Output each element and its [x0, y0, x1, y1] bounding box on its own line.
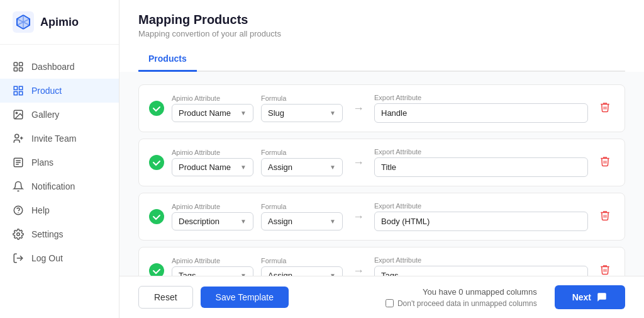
apimio-attr-select-3[interactable]: Description ▼ — [172, 212, 253, 230]
checkmark-icon — [152, 266, 161, 275]
apimio-attr-group: Apimio Attribute Tags ▼ — [172, 257, 253, 276]
sidebar-item-dashboard[interactable]: Dashboard — [0, 55, 119, 79]
delete-row-2[interactable] — [596, 152, 614, 173]
arrow-right-icon: → — [353, 264, 364, 276]
save-template-button[interactable]: Save Template — [201, 287, 289, 308]
check-icon — [149, 263, 164, 276]
export-attr-group-2: Export Attribute — [374, 148, 588, 177]
trash-icon — [599, 156, 611, 167]
sidebar-item-gallery[interactable]: Gallery — [0, 103, 119, 127]
mapping-row: Apimio Attribute Product Name ▼ Formula … — [138, 139, 625, 186]
main-content: Mapping Products Mapping convertion of y… — [119, 0, 644, 318]
sidebar-label-settings: Settings — [31, 229, 64, 239]
formula-label: Formula — [261, 203, 343, 210]
apimio-attr-label: Apimio Attribute — [172, 149, 253, 156]
export-attr-label: Export Attribute — [374, 148, 588, 156]
gallery-icon — [13, 109, 24, 120]
delete-row-3[interactable] — [596, 206, 614, 227]
unmapped-checkbox[interactable] — [386, 299, 394, 307]
trash-icon — [599, 210, 611, 221]
svg-point-11 — [17, 233, 20, 236]
check-icon — [149, 209, 164, 224]
arrow-right-icon: → — [353, 102, 364, 115]
export-attr-input-4[interactable] — [374, 266, 588, 276]
sidebar-label-logout: Log Out — [31, 253, 63, 263]
apimio-attr-group: Apimio Attribute Product Name ▼ — [172, 149, 253, 176]
apimio-attr-value-4: Tags — [179, 271, 196, 276]
formula-select-4[interactable]: Assign ▼ — [261, 266, 343, 276]
sidebar-item-invite-team[interactable]: Invite Team — [0, 127, 119, 150]
app-name: Apimio — [40, 16, 79, 29]
check-icon — [149, 155, 164, 170]
notification-icon — [13, 181, 24, 192]
checkmark-icon — [152, 104, 161, 113]
sidebar-label-help: Help — [31, 205, 50, 215]
formula-select-3[interactable]: Assign ▼ — [261, 212, 343, 230]
footer: Reset Save Template You have 0 unmapped … — [119, 276, 644, 318]
sidebar-item-help[interactable]: Help — [0, 198, 119, 222]
export-attr-input-2[interactable] — [374, 157, 588, 177]
chevron-down-icon: ▼ — [330, 164, 336, 171]
help-icon — [13, 205, 24, 216]
export-attr-label: Export Attribute — [374, 202, 588, 210]
sidebar-item-plans[interactable]: Plans — [0, 150, 119, 174]
apimio-attr-value-3: Description — [179, 217, 219, 226]
apimio-attr-select-4[interactable]: Tags ▼ — [172, 266, 253, 276]
apimio-attr-select-1[interactable]: Product Name ▼ — [172, 104, 253, 122]
apimio-attr-value-1: Product Name — [179, 108, 231, 118]
tab-products[interactable]: Products — [138, 48, 197, 72]
delete-row-1[interactable] — [596, 98, 614, 119]
chevron-down-icon: ▼ — [240, 110, 247, 116]
chevron-down-icon: ▼ — [330, 110, 336, 116]
svg-rect-1 — [14, 62, 17, 65]
export-attr-group-3: Export Attribute — [374, 202, 588, 231]
chevron-down-icon: ▼ — [240, 164, 247, 171]
sidebar-item-notification[interactable]: Notification — [0, 174, 119, 198]
sidebar-item-product[interactable]: Product — [0, 79, 119, 103]
svg-rect-3 — [14, 68, 17, 71]
svg-point-10 — [18, 212, 19, 213]
sidebar-item-logout[interactable]: Log Out — [0, 246, 119, 270]
apimio-attr-value-2: Product Name — [179, 162, 231, 172]
apimio-attr-select-2[interactable]: Product Name ▼ — [172, 158, 253, 176]
unmapped-checkbox-row: Don't proceed data in unmapped columns — [386, 299, 537, 308]
svg-rect-2 — [19, 62, 23, 65]
arrow-right-icon: → — [353, 156, 364, 169]
formula-select-1[interactable]: Slug ▼ — [261, 104, 343, 122]
checkmark-icon — [152, 158, 161, 167]
apimio-attr-label: Apimio Attribute — [172, 203, 253, 210]
apimio-attr-group: Apimio Attribute Description ▼ — [172, 203, 253, 230]
formula-label: Formula — [261, 149, 343, 156]
apimio-attr-label: Apimio Attribute — [172, 94, 253, 102]
delete-row-4[interactable] — [596, 260, 614, 276]
chevron-down-icon: ▼ — [240, 218, 247, 225]
export-attr-input-3[interactable] — [374, 212, 588, 231]
formula-group-3: Formula Assign ▼ — [261, 203, 343, 230]
sidebar-nav: Dashboard Product Gallery Invite Team Pl… — [0, 45, 119, 318]
export-attr-group-1: Export Attribute — [374, 94, 588, 123]
logo-icon — [13, 11, 34, 33]
export-attr-label: Export Attribute — [374, 256, 588, 264]
export-attr-label: Export Attribute — [374, 94, 588, 101]
logout-icon — [13, 253, 24, 264]
sidebar-item-settings[interactable]: Settings — [0, 222, 119, 246]
trash-icon — [599, 101, 611, 113]
formula-select-2[interactable]: Assign ▼ — [261, 158, 343, 176]
formula-value-3: Assign — [268, 217, 292, 226]
sidebar-label-product: Product — [31, 86, 62, 96]
check-icon — [149, 101, 164, 116]
sidebar-label-plans: Plans — [31, 157, 53, 168]
arrow-right-icon: → — [353, 210, 364, 224]
next-button[interactable]: Next — [555, 285, 625, 309]
chat-icon — [596, 292, 608, 303]
sidebar-label-gallery: Gallery — [31, 110, 59, 120]
export-attr-input-1[interactable] — [374, 103, 588, 123]
sidebar-label-notification: Notification — [31, 181, 75, 191]
page-title: Mapping Products — [138, 13, 625, 27]
reset-button[interactable]: Reset — [138, 286, 193, 309]
formula-label: Formula — [261, 257, 343, 264]
sidebar: Apimio Dashboard Product Gallery Invite … — [0, 0, 119, 318]
formula-value-4: Assign — [268, 271, 292, 276]
formula-group-4: Formula Assign ▼ — [261, 257, 343, 276]
footer-info: You have 0 unmapped columns Don't procee… — [386, 287, 537, 308]
